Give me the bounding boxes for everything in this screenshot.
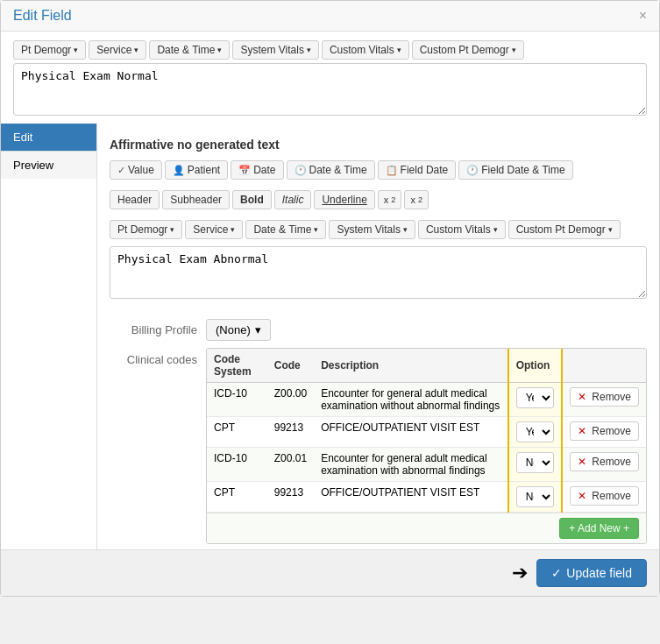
description-cell: Encounter for general adult medical exam… bbox=[314, 448, 508, 482]
close-button[interactable]: × bbox=[639, 8, 647, 24]
affirmative-no-textarea[interactable]: Physical Exam Abnormal bbox=[110, 246, 647, 299]
remove-btn-2[interactable]: ✕ Remove bbox=[570, 421, 639, 441]
billing-label: Billing Profile bbox=[110, 323, 197, 336]
option-select-4[interactable]: Yes No bbox=[516, 486, 554, 507]
arrow-save-wrapper: ➔ bbox=[512, 562, 528, 584]
remove-btn-3[interactable]: ✕ Remove bbox=[570, 452, 639, 471]
service-dropdown-bottom[interactable]: Service ▾ bbox=[185, 220, 243, 239]
pt-demogr-dropdown-bottom[interactable]: Pt Demogr ▾ bbox=[110, 220, 182, 239]
custom-pt-demogr-dropdown-top[interactable]: Custom Pt Demogr ▾ bbox=[412, 40, 524, 60]
option-select-3[interactable]: Yes No bbox=[516, 452, 554, 473]
billing-select[interactable]: (None) ▾ bbox=[206, 319, 271, 341]
preview-tab[interactable]: Preview bbox=[1, 152, 96, 179]
col-description: Description bbox=[314, 349, 508, 383]
code-system-cell: CPT bbox=[207, 417, 267, 448]
date-time-dropdown-top[interactable]: Date & Time ▾ bbox=[149, 40, 230, 60]
option-cell: Yes No bbox=[508, 448, 562, 482]
date-time-btn[interactable]: 🕐 Date & Time bbox=[287, 160, 375, 180]
format-toolbar-2: Header Subheader Bold Italic Underline x… bbox=[110, 187, 647, 213]
description-cell: OFFICE/OUTPATIENT VISIT EST bbox=[314, 417, 508, 448]
service-dropdown-top[interactable]: Service ▾ bbox=[89, 40, 146, 60]
clinical-codes-row: Clinical codes Code System Code Descript… bbox=[110, 348, 647, 544]
update-button[interactable]: ✓ Update field bbox=[536, 559, 647, 587]
remove-cell: ✕ Remove bbox=[562, 417, 646, 448]
remove-cell: ✕ Remove bbox=[562, 383, 646, 417]
option-select-1[interactable]: Yes No bbox=[516, 387, 554, 408]
header-btn[interactable]: Header bbox=[110, 190, 160, 209]
arrow-icon: ➔ bbox=[512, 562, 528, 584]
subscript-btn[interactable]: x2 bbox=[378, 190, 402, 209]
col-code-system: Code System bbox=[207, 349, 267, 383]
billing-row: Billing Profile (None) ▾ bbox=[110, 319, 647, 341]
table-row: CPT 99213 OFFICE/OUTPATIENT VISIT EST Ye… bbox=[207, 417, 646, 448]
add-new-button[interactable]: + Add New + bbox=[559, 518, 639, 539]
custom-pt-demogr-dropdown-bottom[interactable]: Custom Pt Demogr ▾ bbox=[508, 220, 621, 239]
remove-cell: ✕ Remove bbox=[562, 448, 646, 482]
update-label: Update field bbox=[566, 566, 632, 580]
code-cell: Z00.00 bbox=[267, 383, 314, 417]
custom-vitals-dropdown-bottom[interactable]: Custom Vitals ▾ bbox=[418, 220, 506, 239]
top-dropdown-toolbar: Pt Demogr ▾ Service ▾ Date & Time ▾ Syst… bbox=[13, 37, 647, 63]
bold-btn[interactable]: Bold bbox=[232, 190, 272, 209]
system-vitals-dropdown-bottom[interactable]: System Vitals ▾ bbox=[329, 220, 415, 239]
italic-btn[interactable]: Italic bbox=[274, 190, 312, 209]
billing-caret: ▾ bbox=[255, 323, 261, 336]
code-system-cell: CPT bbox=[207, 482, 267, 513]
add-new-row: + Add New + bbox=[207, 513, 646, 543]
edit-field-modal: Edit Field × Pt Demogr ▾ Service ▾ Date … bbox=[0, 0, 660, 597]
superscript-btn[interactable]: x2 bbox=[404, 190, 429, 209]
col-actions bbox=[562, 349, 646, 383]
billing-value: (None) bbox=[216, 323, 251, 336]
table-row: ICD-10 Z00.00 Encounter for general adul… bbox=[207, 383, 646, 417]
clinical-codes-label: Clinical codes bbox=[110, 348, 197, 366]
code-system-cell: ICD-10 bbox=[207, 383, 267, 417]
description-cell: Encounter for general adult medical exam… bbox=[314, 383, 508, 417]
code-cell: Z00.01 bbox=[267, 448, 314, 482]
affirmative-no-label: Affirmative no generated text bbox=[110, 138, 647, 152]
subheader-btn[interactable]: Subheader bbox=[162, 190, 230, 209]
value-btn[interactable]: ✓ Value bbox=[110, 160, 162, 180]
code-system-cell: ICD-10 bbox=[207, 448, 267, 482]
patient-btn[interactable]: 👤 Patient bbox=[165, 160, 228, 180]
option-select-2[interactable]: Yes No bbox=[516, 421, 554, 442]
side-tab-bar: Edit Preview bbox=[1, 124, 97, 549]
code-cell: 99213 bbox=[267, 482, 314, 513]
col-option: Option bbox=[508, 349, 562, 383]
date-btn[interactable]: 📅 Date bbox=[231, 160, 283, 180]
edit-tab[interactable]: Edit bbox=[1, 124, 96, 152]
field-date-time-btn[interactable]: 🕐 Field Date & Time bbox=[458, 160, 572, 180]
modal-title: Edit Field bbox=[13, 8, 72, 24]
option-cell: Yes No bbox=[508, 482, 562, 513]
description-cell: OFFICE/OUTPATIENT VISIT EST bbox=[314, 482, 508, 513]
bottom-dropdown-toolbar: Pt Demogr ▾ Service ▾ Date & Time ▾ Syst… bbox=[110, 216, 647, 243]
option-cell: Yes No bbox=[508, 383, 562, 417]
table-row: CPT 99213 OFFICE/OUTPATIENT VISIT EST Ye… bbox=[207, 482, 646, 513]
modal-header: Edit Field × bbox=[1, 1, 659, 32]
table-row: ICD-10 Z00.01 Encounter for general adul… bbox=[207, 448, 646, 482]
remove-btn-1[interactable]: ✕ Remove bbox=[570, 387, 639, 407]
system-vitals-dropdown-top[interactable]: System Vitals ▾ bbox=[232, 40, 318, 60]
main-content: Affirmative no generated text ✓ Value 👤 … bbox=[97, 124, 659, 549]
remove-cell: ✕ Remove bbox=[562, 482, 646, 513]
affirmative-textarea[interactable]: Physical Exam Normal bbox=[13, 63, 647, 116]
modal-footer: ➔ ✓ Update field bbox=[1, 549, 659, 596]
codes-table-wrapper: Code System Code Description Option ICD-… bbox=[206, 348, 647, 544]
custom-vitals-dropdown-top[interactable]: Custom Vitals ▾ bbox=[322, 40, 409, 60]
update-checkmark: ✓ bbox=[551, 566, 562, 580]
field-date-btn[interactable]: 📋 Field Date bbox=[378, 160, 457, 180]
format-toolbar-1: ✓ Value 👤 Patient 📅 Date 🕐 Date & Time 📋… bbox=[110, 157, 647, 183]
option-cell: Yes No bbox=[508, 417, 562, 448]
code-cell: 99213 bbox=[267, 417, 314, 448]
codes-table: Code System Code Description Option ICD-… bbox=[207, 349, 646, 513]
date-time-dropdown-bottom[interactable]: Date & Time ▾ bbox=[245, 220, 326, 239]
col-code: Code bbox=[267, 349, 314, 383]
underline-btn[interactable]: Underline bbox=[314, 190, 374, 209]
remove-btn-4[interactable]: ✕ Remove bbox=[570, 486, 639, 506]
pt-demogr-dropdown-top[interactable]: Pt Demogr ▾ bbox=[13, 40, 86, 60]
